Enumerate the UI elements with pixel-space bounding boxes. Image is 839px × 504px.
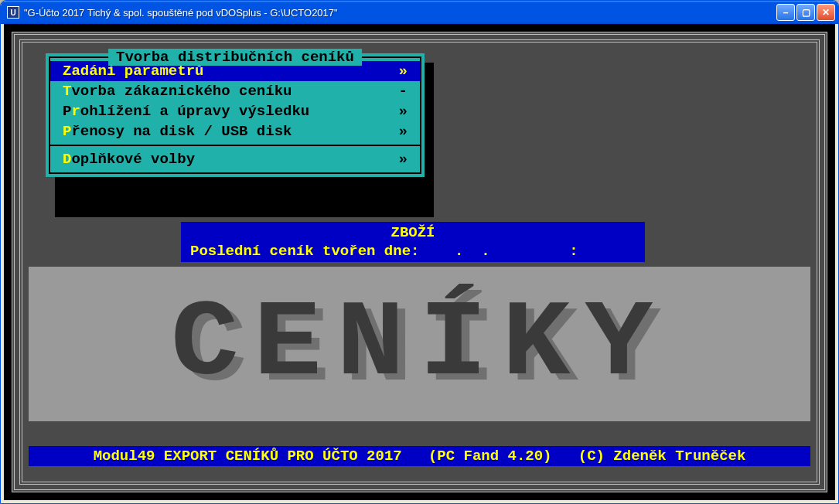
footer-bar: Modul49 EXPORT CENÍKŮ PRO ÚČTO 2017 (PC … (29, 446, 810, 466)
status-line1: ZBOŽÍ (190, 223, 636, 242)
app-window: U "G-Účto 2017 Tichý & spol. spouštěné p… (0, 0, 839, 504)
maximize-button[interactable]: ▢ (796, 4, 815, 21)
menu-box: Tvorba distribučních ceníků Zadání param… (46, 53, 425, 177)
banner-text: CENÍKY (171, 283, 668, 406)
dos-screen: Tvorba distribučních ceníků Zadání param… (12, 32, 827, 492)
banner-area: CENÍKY (29, 267, 810, 421)
menu-item-prenosy[interactable]: Přenosy na disk / USB disk » (50, 121, 420, 141)
close-button[interactable]: ✕ (817, 4, 835, 21)
window-buttons: – ▢ ✕ (776, 4, 835, 21)
status-line2: Poslední ceník tvořen dne: . . : (190, 242, 636, 261)
titlebar[interactable]: U "G-Účto 2017 Tichý & spol. spouštěné p… (1, 1, 838, 24)
minimize-button[interactable]: – (776, 4, 795, 21)
menu-item-prohlizeni[interactable]: Prohlížení a úpravy výsledku » (50, 101, 420, 121)
menu-items: Zadání parametrů » Tvorba zákaznického c… (50, 58, 420, 172)
inner-frame: Tvorba distribučních ceníků Zadání param… (19, 39, 820, 485)
menu-title: Tvorba distribučních ceníků (108, 49, 362, 66)
menu-item-tvorba-ceniku[interactable]: Tvorba zákaznického ceníku - (50, 81, 420, 101)
status-bar: ZBOŽÍ Poslední ceník tvořen dne: . . : (181, 222, 645, 262)
window-title: "G-Účto 2017 Tichý & spol. spouštěné pod… (24, 7, 776, 19)
app-icon: U (7, 6, 19, 19)
menu-separator (50, 145, 420, 146)
client-area: Tvorba distribučních ceníků Zadání param… (4, 24, 835, 500)
menu-item-doplnkove[interactable]: Doplňkové volby » (50, 149, 420, 169)
